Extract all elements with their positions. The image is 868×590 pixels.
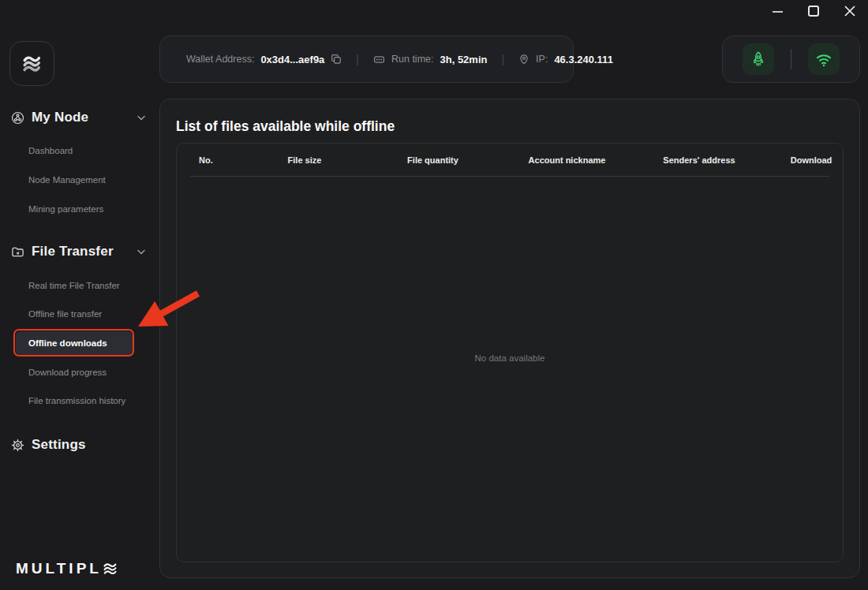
maximize-icon	[807, 5, 820, 17]
sidebar-item-offline-file-transfer[interactable]: Offline file transfer	[28, 309, 102, 319]
sidebar-item-file-transmission-history[interactable]: File transmission history	[28, 396, 125, 405]
minimize-icon	[772, 6, 784, 17]
chevron-down-icon	[137, 115, 145, 121]
network-status-button[interactable]	[808, 43, 840, 75]
column-header-senders-address: Senders' address	[632, 155, 766, 165]
table-header-row: No. File size File quantity Account nick…	[190, 144, 829, 177]
status-pill	[722, 35, 860, 83]
app-logo	[9, 41, 54, 86]
page-title: List of files available while offline	[176, 118, 395, 135]
topbar-separator: |	[348, 53, 367, 65]
ip-label: IP:	[536, 54, 548, 65]
gear-icon	[11, 439, 24, 452]
offline-files-table: No. File size File quantity Account nick…	[176, 143, 844, 562]
brand-text: MULTIPL	[16, 560, 102, 577]
column-header-no: No.	[190, 155, 245, 165]
sidebar-section-settings[interactable]: Settings	[11, 437, 145, 453]
node-icon	[11, 111, 24, 125]
close-button[interactable]	[832, 0, 868, 22]
close-icon	[844, 5, 856, 17]
sidebar-item-offline-downloads[interactable]: Offline downloads	[16, 331, 133, 355]
sidebar-section-file-transfer[interactable]: File Transfer	[11, 244, 145, 260]
topbar-info-pill: Wallet Address: 0x3d4...aef9a | Run time…	[159, 35, 574, 83]
rocket-icon	[749, 50, 768, 69]
sidebar-item-node-management[interactable]: Node Management	[28, 175, 106, 185]
chevron-down-icon	[137, 249, 145, 255]
status-separator	[791, 49, 791, 69]
app-window: Wallet Address: 0x3d4...aef9a | Run time…	[0, 0, 868, 590]
topbar-separator: |	[493, 53, 512, 65]
sidebar-section-label: Settings	[32, 437, 145, 453]
column-header-file-size: File size	[245, 155, 364, 165]
wallet-address-value: 0x3d4...aef9a	[260, 54, 324, 65]
node-boost-button[interactable]	[743, 43, 774, 75]
empty-state-text: No data available	[177, 353, 843, 363]
brand-wave-icon	[101, 560, 122, 577]
copy-icon[interactable]	[331, 54, 342, 65]
location-pin-icon	[518, 54, 529, 65]
brand-wordmark: MULTIPL	[16, 560, 122, 577]
sidebar-item-dashboard[interactable]: Dashboard	[28, 146, 73, 155]
main-content-card: List of files available while offline No…	[159, 99, 860, 578]
sidebar-item-download-progress[interactable]: Download progress	[28, 368, 107, 377]
column-header-file-quantity: File quantity	[364, 155, 502, 165]
runtime-label: Run time:	[391, 54, 434, 65]
sidebar-item-mining-parameters[interactable]: Mining parameters	[28, 204, 103, 214]
window-controls	[759, 0, 868, 22]
folder-icon	[11, 245, 24, 259]
runtime-value: 3h, 52min	[440, 54, 487, 65]
ip-value: 46.3.240.111	[554, 54, 612, 65]
runtime-icon	[373, 54, 385, 65]
sidebar-section-label: File Transfer	[32, 244, 137, 260]
maximize-button[interactable]	[795, 0, 832, 22]
wifi-icon	[814, 49, 834, 69]
wallet-address-label: Wallet Address:	[186, 54, 254, 65]
column-header-account-nickname: Account nickname	[502, 155, 632, 165]
sidebar-item-real-time-file-transfer[interactable]: Real time File Transfer	[28, 281, 120, 290]
sidebar-section-my-node[interactable]: My Node	[11, 110, 145, 125]
minimize-button[interactable]	[759, 0, 795, 22]
wave-logo-icon	[19, 50, 46, 77]
column-header-download: Download	[766, 155, 856, 165]
sidebar-section-label: My Node	[32, 110, 137, 125]
